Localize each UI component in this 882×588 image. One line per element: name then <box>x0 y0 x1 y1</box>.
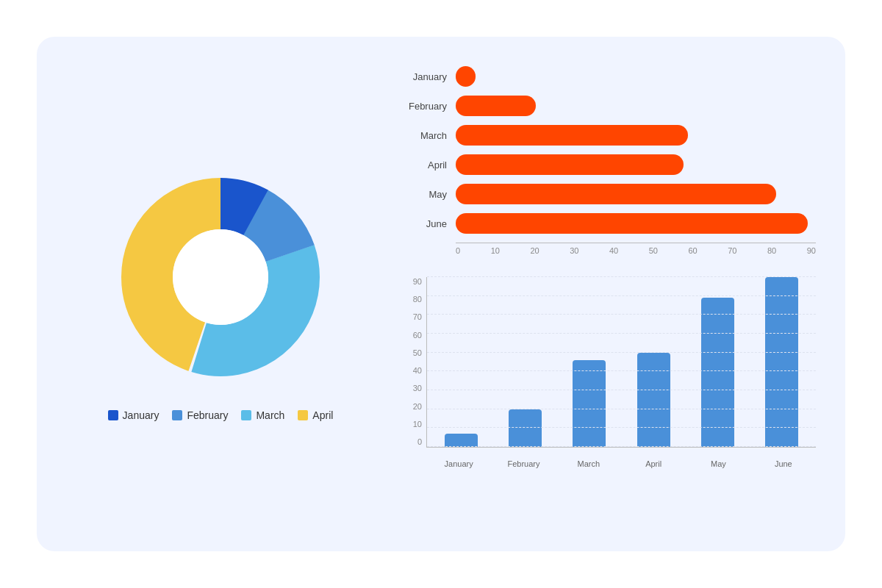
vbar-col-january <box>434 277 488 447</box>
hbar-fill <box>456 125 688 146</box>
hbar-fill <box>456 66 476 87</box>
vbar-section: 0102030405060708090 <box>404 277 816 468</box>
vbar-x-labels: January February March April May June <box>426 448 816 468</box>
hbar-fill <box>456 96 536 116</box>
hbar-row-february: February <box>404 96 816 116</box>
hbar-track <box>456 213 816 234</box>
vbar-col-april <box>627 277 681 447</box>
vbar-x-label-february: February <box>491 448 556 468</box>
vbar-bar <box>445 434 478 447</box>
vbar-y-label: 60 <box>404 331 426 340</box>
hbar-axis-label: 20 <box>530 246 539 255</box>
vbar-bars-container: January February March April May June <box>426 277 816 468</box>
hbar-track <box>456 154 816 175</box>
hbar-axis-label: 90 <box>807 246 816 255</box>
vbar-chart: 0102030405060708090 <box>404 277 816 468</box>
hbar-track <box>456 66 816 87</box>
vbar-bars-area <box>426 277 816 448</box>
vbar-x-label-text: March <box>578 459 600 468</box>
legend-color-january <box>108 410 118 420</box>
hbar-axis-label: 50 <box>649 246 658 255</box>
hbar-axis-label: 30 <box>570 246 578 255</box>
hbar-row-april: April <box>404 154 816 175</box>
legend-label-march: March <box>256 409 284 421</box>
legend-color-march <box>241 410 251 420</box>
vbar-y-label: 20 <box>404 402 426 411</box>
legend-label-january: January <box>123 409 159 421</box>
vbar-col-march <box>562 277 616 447</box>
hbar-label: April <box>404 159 456 171</box>
vbar-bar <box>573 360 606 447</box>
vbar-y-label: 10 <box>404 420 426 429</box>
hbar-axis-label: 70 <box>728 246 736 255</box>
hbar-fill <box>456 184 776 204</box>
hbar-label: June <box>404 218 456 229</box>
vbar-y-label: 80 <box>404 295 426 304</box>
hbar-axis-label: 0 <box>456 246 460 255</box>
vbar-gridline <box>427 352 816 353</box>
vbar-x-label-text: June <box>775 459 792 468</box>
vbar-x-label-january: January <box>426 448 491 468</box>
legend-april: April <box>298 409 333 421</box>
vbar-y-label: 0 <box>404 437 426 446</box>
legend-color-april <box>298 410 308 420</box>
hbar-track <box>456 184 816 204</box>
vbar-bar <box>765 277 798 447</box>
vbar-gridline <box>427 427 816 428</box>
hbar-label: May <box>404 189 456 200</box>
right-panel: January February March April May June 01… <box>404 59 816 529</box>
vbar-x-label-may: May <box>686 448 750 468</box>
hbar-axis-labels: 0102030405060708090 <box>456 246 816 255</box>
vbar-gridline <box>427 446 816 447</box>
legend-january: January <box>108 409 159 421</box>
vbar-y-axis: 0102030405060708090 <box>404 277 426 446</box>
hbar-axis-label: 10 <box>491 246 500 255</box>
vbar-gridline <box>427 409 816 409</box>
hbar-label: February <box>404 101 456 112</box>
hbar-axis-label: 60 <box>688 246 697 255</box>
hbar-fill <box>456 154 684 175</box>
vbar-x-label-text: January <box>445 459 473 468</box>
donut-chart <box>110 167 331 387</box>
vbar-y-label: 70 <box>404 312 426 321</box>
hbar-track <box>456 96 816 116</box>
vbar-col-february <box>498 277 552 447</box>
vbar-y-label: 40 <box>404 366 426 375</box>
vbar-gridline <box>427 314 816 315</box>
vbar-x-label-april: April <box>621 448 686 468</box>
hbar-label: March <box>404 130 456 141</box>
vbar-x-label-june: June <box>751 448 816 468</box>
hbar-chart: January February March April May June 01… <box>404 59 816 262</box>
vbar-gridline <box>427 295 816 296</box>
vbar-x-label-march: March <box>556 448 621 468</box>
vbar-gridline <box>427 333 816 334</box>
hbar-track <box>456 125 816 146</box>
main-container: January February March April January Feb… <box>37 37 845 551</box>
left-panel: January February March April <box>66 59 375 529</box>
vbar-gridline <box>427 370 816 371</box>
vbar-x-label-text: February <box>507 459 539 468</box>
legend-march: March <box>241 409 284 421</box>
vbar-x-label-text: May <box>711 459 726 468</box>
hbar-row-january: January <box>404 66 816 87</box>
hbar-axis-label: 40 <box>609 246 618 255</box>
legend-label-april: April <box>312 409 333 421</box>
vbar-gridline <box>427 276 816 277</box>
legend-label-february: February <box>187 409 228 421</box>
legend-color-february <box>172 410 182 420</box>
legend-february: February <box>172 409 228 421</box>
hbar-label: January <box>404 71 456 82</box>
donut-legend: January February March April <box>108 409 334 421</box>
hbar-row-june: June <box>404 213 816 234</box>
hbar-axis-label: 80 <box>767 246 776 255</box>
vbar-bar <box>701 298 734 447</box>
hbar-row-march: March <box>404 125 816 146</box>
vbar-col-may <box>691 277 745 447</box>
hbar-row-may: May <box>404 184 816 204</box>
vbar-y-label: 50 <box>404 348 426 357</box>
vbar-y-label: 30 <box>404 384 426 392</box>
donut-center <box>173 229 268 325</box>
vbar-col-june <box>755 277 808 447</box>
vbar-y-label: 90 <box>404 277 426 286</box>
vbar-x-label-text: April <box>645 459 662 468</box>
